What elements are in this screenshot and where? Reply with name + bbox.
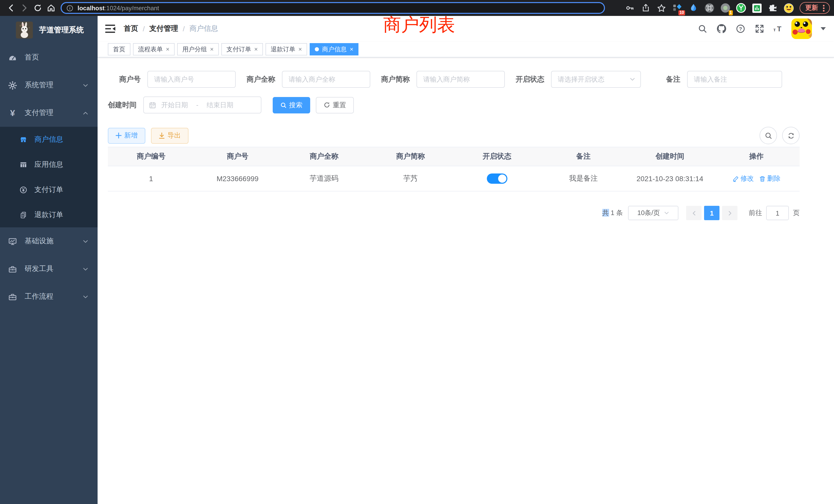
- sidebar-item-refund-order[interactable]: 退款订单: [0, 202, 97, 227]
- remark-input[interactable]: [687, 71, 782, 88]
- start-date-placeholder[interactable]: 开始日期: [161, 100, 188, 110]
- sidebar-item-home[interactable]: 首页: [0, 44, 97, 71]
- cell-merchant-id: 1: [108, 175, 194, 183]
- end-date-placeholder[interactable]: 结束日期: [207, 100, 234, 110]
- close-icon[interactable]: ×: [210, 46, 214, 52]
- short-name-input[interactable]: [416, 71, 505, 88]
- svg-text:т: т: [773, 27, 776, 32]
- app-logo[interactable]: 芋道管理系统: [0, 16, 97, 44]
- prev-page-button[interactable]: [686, 206, 702, 220]
- close-icon[interactable]: ×: [254, 46, 258, 52]
- key-icon[interactable]: [624, 3, 635, 13]
- font-size-icon[interactable]: тT: [772, 23, 785, 35]
- breadcrumb-home[interactable]: 首页: [124, 24, 138, 33]
- field-label: 开启状态: [511, 75, 551, 84]
- next-page-button[interactable]: [722, 206, 738, 220]
- tab-pay-order[interactable]: 支付订单×: [221, 43, 263, 55]
- date-separator: -: [196, 101, 198, 109]
- bookmark-star-icon[interactable]: [656, 3, 666, 13]
- total-prefix: 共: [602, 209, 609, 216]
- chevron-down-icon: [83, 83, 88, 88]
- app-container: 商户号 商户全称 商户简称 开启状态 请选择开启状态: [97, 58, 834, 220]
- header-search-icon[interactable]: [696, 23, 709, 35]
- extension-pin-icon[interactable]: [688, 3, 698, 13]
- extension-puzzle-icon[interactable]: [768, 3, 778, 13]
- sidebar-item-label: 系统管理: [25, 81, 53, 90]
- address-bar[interactable]: localhost:1024/pay/merchant: [61, 2, 605, 14]
- help-icon[interactable]: ?: [734, 23, 747, 35]
- github-icon[interactable]: [716, 23, 728, 35]
- add-button[interactable]: 新增: [108, 128, 145, 143]
- back-icon[interactable]: [4, 1, 18, 15]
- fullscreen-icon[interactable]: [753, 23, 766, 35]
- chevron-right-icon: [727, 210, 732, 216]
- sidebar-item-pay[interactable]: ¥ 支付管理: [0, 99, 97, 127]
- full-name-input[interactable]: [282, 71, 370, 88]
- extension-blocks-icon[interactable]: 10: [672, 3, 682, 13]
- breadcrumb-pay[interactable]: 支付管理: [150, 24, 178, 33]
- reset-button[interactable]: 重置: [316, 97, 354, 113]
- extension-command-icon[interactable]: [704, 3, 714, 13]
- hide-search-button[interactable]: [760, 127, 777, 144]
- browser-toolbar: localhost:1024/pay/merchant 10: [0, 0, 834, 16]
- cell-actions: 修改 删除: [713, 174, 799, 183]
- sidebar-item-system[interactable]: 系统管理: [0, 71, 97, 99]
- tab-refund-order[interactable]: 退款订单×: [265, 43, 307, 55]
- edit-link[interactable]: 修改: [732, 174, 754, 183]
- tab-home[interactable]: 首页: [108, 43, 130, 55]
- create-time-range-picker[interactable]: 开始日期 - 结束日期: [143, 96, 261, 113]
- page-number-1[interactable]: 1: [704, 206, 720, 220]
- extension-chart-icon[interactable]: [752, 3, 762, 13]
- cell-full-name: 芋道源码: [281, 174, 368, 183]
- sidebar-item-dev-tools[interactable]: 研发工具: [0, 255, 97, 283]
- user-avatar[interactable]: [791, 19, 812, 39]
- share-icon[interactable]: [640, 3, 651, 13]
- browser-update-button[interactable]: 更新: [799, 2, 830, 14]
- app-title: 芋道管理系统: [39, 25, 84, 35]
- delete-link[interactable]: 删除: [759, 174, 781, 183]
- search-button[interactable]: 搜索: [273, 97, 310, 113]
- tab-label: 支付订单: [226, 45, 251, 54]
- extension-emoji-icon[interactable]: [784, 3, 794, 13]
- sidebar-item-workflow[interactable]: 工作流程: [0, 283, 97, 311]
- table-toolbar: 新增 导出: [108, 127, 799, 144]
- status-toggle[interactable]: [487, 174, 507, 184]
- extension-y-icon[interactable]: [736, 3, 746, 13]
- tab-merchant-info[interactable]: 商户信息×: [310, 43, 358, 55]
- extension-circle-icon[interactable]: 1: [720, 3, 730, 13]
- merchant-no-input[interactable]: [147, 71, 236, 88]
- tab-user-group[interactable]: 用户分组×: [177, 43, 219, 55]
- sidebar-item-label: 首页: [25, 53, 39, 62]
- column-header: 开启状态: [454, 152, 540, 161]
- sidebar-item-app-info[interactable]: 应用信息: [0, 152, 97, 177]
- page-size-select[interactable]: 10条/页: [628, 206, 678, 220]
- reload-icon[interactable]: [31, 1, 44, 15]
- filter-row-1: 商户号 商户全称 商户简称 开启状态 请选择开启状态: [108, 71, 799, 88]
- export-button[interactable]: 导出: [151, 128, 189, 143]
- refresh-icon: [324, 101, 330, 108]
- add-label: 新增: [124, 131, 138, 140]
- yen-icon: ¥: [8, 109, 17, 117]
- close-icon[interactable]: ×: [166, 46, 170, 52]
- sidebar-item-merchant-info[interactable]: 商户信息: [0, 127, 97, 152]
- sidebar-item-infra[interactable]: 基础设施: [0, 227, 97, 255]
- gear-icon: [8, 81, 17, 90]
- sidebar-item-label: 支付管理: [25, 108, 53, 117]
- breadcrumb-current: 商户信息: [190, 24, 218, 33]
- site-info-icon[interactable]: [66, 4, 73, 12]
- jump-page-input[interactable]: [766, 206, 789, 220]
- refresh-table-button[interactable]: [782, 127, 799, 144]
- field-label: 备注: [648, 75, 687, 84]
- select-placeholder: 请选择开启状态: [558, 75, 630, 84]
- tab-process-form[interactable]: 流程表单×: [133, 43, 175, 55]
- sidebar-item-pay-order[interactable]: 支付订单: [0, 177, 97, 202]
- close-icon[interactable]: ×: [350, 46, 353, 52]
- sidebar-collapse-button[interactable]: [105, 24, 115, 33]
- field-label: 商户号: [108, 75, 147, 84]
- home-icon[interactable]: [44, 1, 58, 15]
- forward-icon[interactable]: [18, 1, 31, 15]
- avatar-dropdown-caret-icon[interactable]: [821, 27, 826, 30]
- close-icon[interactable]: ×: [299, 46, 302, 52]
- status-select[interactable]: 请选择开启状态: [551, 71, 641, 88]
- browser-menu-icon[interactable]: [823, 4, 825, 12]
